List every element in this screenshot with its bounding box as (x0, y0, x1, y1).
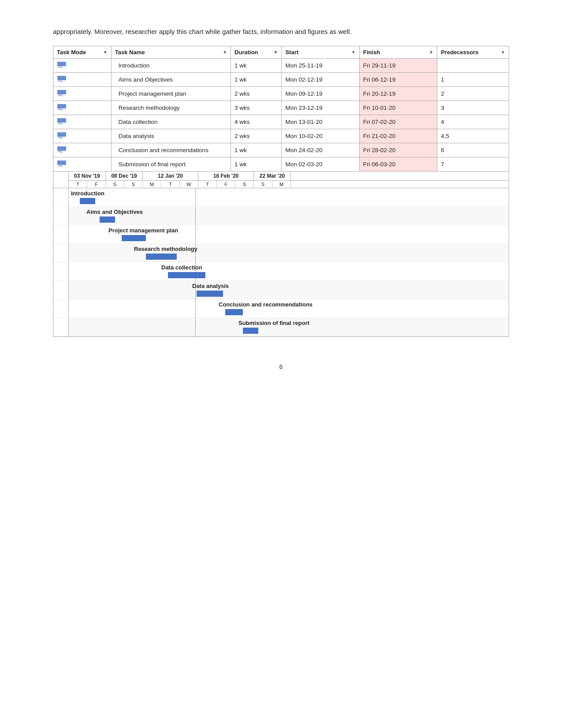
gantt-row-number (53, 188, 68, 207)
gantt-months-row: 03 Nov '1908 Dec '1912 Jan '2016 Feb '20… (69, 172, 509, 181)
gantt-timeline-header: 03 Nov '1908 Dec '1912 Jan '2016 Feb '20… (69, 172, 509, 188)
task-duration-cell: 1 wk (231, 73, 282, 87)
gantt-row-number (53, 225, 68, 244)
gantt-chart: 03 Nov '1908 Dec '1912 Jan '2016 Feb '20… (53, 172, 509, 337)
sort-icon-start: ▼ (351, 50, 356, 55)
col-header-mode[interactable]: Task Mode ▼ (53, 46, 112, 59)
svg-marker-20 (61, 151, 63, 153)
task-pred-cell: 7 (437, 157, 509, 172)
gantt-left-col (53, 188, 69, 336)
task-mode-icon (57, 146, 67, 153)
task-mode-cell (53, 115, 112, 129)
svg-marker-14 (61, 123, 63, 125)
gantt-row-background (69, 244, 509, 262)
task-pred-cell: 4 (437, 115, 509, 129)
task-start-cell: Mon 09-12-19 (282, 87, 359, 101)
task-name-cell: Submission of final report (111, 157, 231, 172)
gantt-row-background (69, 281, 509, 299)
task-duration-cell: 3 wks (231, 101, 282, 115)
svg-rect-22 (58, 165, 61, 166)
gantt-day-label: F (217, 181, 235, 188)
task-duration-cell: 4 wks (231, 115, 282, 129)
table-row: Conclusion and recommendations1 wkMon 24… (53, 143, 509, 157)
table-row: Research methodology3 wksMon 23-12-19Fri… (53, 101, 509, 115)
svg-rect-12 (57, 118, 66, 123)
task-name-cell: Introduction (111, 59, 231, 73)
task-start-cell: Mon 02-03-20 (282, 157, 359, 172)
col-header-predecessors[interactable]: Predecessors ▼ (437, 46, 509, 59)
table-row: Project management plan2 wksMon 09-12-19… (53, 87, 509, 101)
page-number: 6 (53, 363, 509, 370)
svg-rect-4 (58, 81, 61, 82)
gantt-days-row: TFSSMTWTFSSM (69, 181, 509, 188)
task-start-cell: Mon 25-11-19 (282, 59, 359, 73)
svg-rect-3 (57, 76, 66, 80)
svg-marker-5 (61, 80, 63, 82)
gantt-rows-area: IntroductionAims and ObjectivesProject m… (69, 188, 509, 336)
gantt-row-background (69, 207, 509, 225)
gantt-day-label: T (161, 181, 180, 188)
task-mode-icon (57, 118, 67, 125)
task-duration-cell: 2 wks (231, 129, 282, 143)
svg-marker-11 (61, 108, 63, 111)
gantt-row-background (69, 318, 509, 336)
svg-rect-15 (57, 132, 66, 137)
sort-icon-duration: ▼ (274, 50, 278, 55)
svg-rect-6 (57, 90, 66, 94)
svg-marker-17 (61, 137, 63, 139)
gantt-row-number (53, 207, 68, 225)
task-finish-cell: Fri 07-02-20 (359, 115, 437, 129)
task-duration-cell: 1 wk (231, 157, 282, 172)
task-name-cell: Data analysis (111, 129, 231, 143)
task-pred-cell: 4,5 (437, 129, 509, 143)
col-header-duration[interactable]: Duration ▼ (231, 46, 282, 59)
gantt-month-label: 16 Feb '20 (198, 172, 254, 180)
sort-icon-finish: ▼ (429, 50, 433, 55)
task-pred-cell (437, 59, 509, 73)
task-mode-icon (57, 75, 67, 82)
gantt-row-number (53, 244, 68, 262)
task-duration-cell: 1 wk (231, 59, 282, 73)
svg-rect-21 (57, 161, 66, 165)
gantt-month-label: 03 Nov '19 (69, 172, 106, 180)
gantt-day-label: F (87, 181, 106, 188)
svg-rect-16 (58, 137, 61, 138)
col-header-name[interactable]: Task Name ▼ (111, 46, 231, 59)
gantt-day-label: T (69, 181, 87, 188)
gantt-row-number (53, 281, 68, 299)
task-mode-cell (53, 157, 112, 172)
task-name-cell: Aims and Objectives (111, 73, 231, 87)
task-mode-icon (57, 61, 67, 68)
sort-icon-mode: ▼ (103, 50, 108, 55)
gantt-day-label: T (198, 181, 217, 188)
svg-rect-19 (58, 151, 61, 152)
gantt-day-label: S (124, 181, 143, 188)
col-header-finish[interactable]: Finish ▼ (359, 46, 437, 59)
gantt-row-background (69, 188, 509, 207)
task-name-cell: Conclusion and recommendations (111, 143, 231, 157)
gantt-row-background (69, 225, 509, 244)
task-start-cell: Mon 24-02-20 (282, 143, 359, 157)
gantt-row-number (53, 299, 68, 318)
svg-marker-2 (61, 66, 63, 68)
gantt-row-number (53, 262, 68, 281)
gantt-day-label: S (235, 181, 254, 188)
svg-rect-13 (58, 123, 61, 124)
gantt-day-label: M (143, 181, 161, 188)
gantt-month-label: 12 Jan '20 (143, 172, 198, 180)
task-mode-cell (53, 129, 112, 143)
table-row: Data collection4 wksMon 13-01-20Fri 07-0… (53, 115, 509, 129)
task-finish-cell: Fri 20-12-19 (359, 87, 437, 101)
task-start-cell: Mon 13-01-20 (282, 115, 359, 129)
task-mode-cell (53, 59, 112, 73)
task-pred-cell: 3 (437, 101, 509, 115)
task-mode-icon (57, 104, 67, 111)
table-row: Introduction1 wkMon 25-11-19Fri 29-11-19 (53, 59, 509, 73)
task-mode-icon (57, 132, 67, 139)
task-mode-cell (53, 101, 112, 115)
task-pred-cell: 1 (437, 73, 509, 87)
task-name-cell: Research methodology (111, 101, 231, 115)
svg-marker-23 (61, 165, 63, 167)
col-header-start[interactable]: Start ▼ (282, 46, 359, 59)
gantt-month-label: 22 Mar '20 (254, 172, 291, 180)
